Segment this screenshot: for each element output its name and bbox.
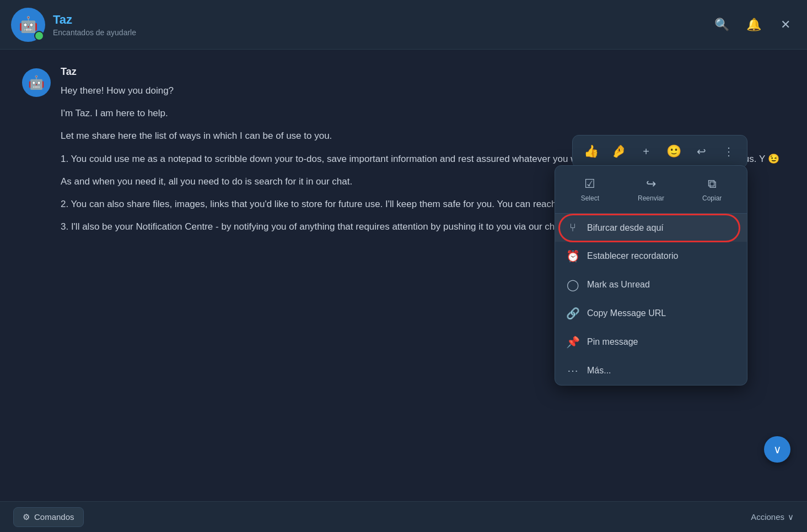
chat-subtitle: Encantados de ayudarle <box>53 28 136 37</box>
msg-line-1: Hey there! How you doing? <box>61 83 785 98</box>
copy-url-label: Copy Message URL <box>587 308 666 318</box>
recordatorio-icon: ⏰ <box>566 249 579 263</box>
mas-icon: ⋯ <box>566 364 579 377</box>
chat-area: 🤖 Taz Hey there! How you doing? I'm Taz.… <box>0 50 807 501</box>
more-reactions-button[interactable]: ⋮ <box>717 140 740 163</box>
comandos-button[interactable]: ⚙ Comandos <box>13 507 84 527</box>
bifurcar-icon: ⑂ <box>566 221 579 234</box>
msg-line-2: I'm Taz. I am here to help. <box>61 106 785 121</box>
close-button[interactable]: ✕ <box>775 14 796 35</box>
header: 🤖 Taz Encantados de ayudarle 🔍 🔔 ✕ <box>0 0 807 50</box>
message-avatar: 🤖 <box>22 68 51 97</box>
mark-unread-label: Mark as Unread <box>587 280 650 290</box>
acciones-chevron: ∨ <box>788 512 794 522</box>
bottom-bar: ⚙ Comandos Acciones ∨ <box>0 501 807 532</box>
acciones-button[interactable]: Acciones ∨ <box>751 512 794 522</box>
pin-icon: 📌 <box>566 335 579 349</box>
header-left: 🤖 Taz Encantados de ayudarle <box>11 8 136 42</box>
copiar-label: Copiar <box>702 194 722 202</box>
copiar-button[interactable]: ⧉ Copiar <box>684 171 740 208</box>
mark-unread-icon: ◯ <box>566 278 579 291</box>
reenviar-button[interactable]: ↪ Reenviar <box>623 171 680 208</box>
select-label: Select <box>581 194 599 202</box>
recordatorio-item[interactable]: ⏰ Establecer recordatorio <box>555 242 747 270</box>
header-info: Taz Encantados de ayudarle <box>53 13 136 37</box>
reenviar-icon: ↪ <box>646 177 656 191</box>
recordatorio-label: Establecer recordatorio <box>587 251 678 261</box>
header-actions: 🔍 🔔 ✕ <box>711 14 796 35</box>
copy-url-item[interactable]: 🔗 Copy Message URL <box>555 299 747 328</box>
reaction-bar: 👍 🤌 + 🙂 ↩ ⋮ <box>572 135 747 168</box>
thumbs-up-button[interactable]: 👍 <box>579 140 602 163</box>
search-button[interactable]: 🔍 <box>711 14 732 35</box>
mark-unread-item[interactable]: ◯ Mark as Unread <box>555 270 747 299</box>
comandos-label: Comandos <box>34 512 74 522</box>
chat-title: Taz <box>53 13 136 27</box>
copy-url-icon: 🔗 <box>566 307 579 320</box>
acciones-label: Acciones <box>751 512 784 522</box>
online-badge <box>34 31 44 41</box>
mas-item[interactable]: ⋯ Más... <box>555 356 747 385</box>
mas-label: Más... <box>587 366 611 376</box>
reply-button[interactable]: ↩ <box>690 140 713 163</box>
context-menu: ☑ Select ↪ Reenviar ⧉ Copiar ⑂ Bifurcar … <box>555 165 747 386</box>
select-button[interactable]: ☑ Select <box>562 171 618 208</box>
pin-message-item[interactable]: 📌 Pin message <box>555 328 747 356</box>
notification-button[interactable]: 🔔 <box>743 14 764 35</box>
bifurcar-label: Bifurcar desde aquí <box>587 223 664 233</box>
comandos-icon: ⚙ <box>23 512 30 522</box>
copiar-icon: ⧉ <box>708 177 717 191</box>
context-menu-top-row: ☑ Select ↪ Reenviar ⧉ Copiar <box>555 166 747 214</box>
add-reaction-button[interactable]: + <box>634 140 658 163</box>
avatar: 🤖 <box>11 8 45 42</box>
reenviar-label: Reenviar <box>638 194 664 202</box>
message-sender: Taz <box>61 66 785 78</box>
bifurcar-item[interactable]: ⑂ Bifurcar desde aquí <box>555 214 747 242</box>
ok-hand-button[interactable]: 🤌 <box>607 140 630 163</box>
scroll-down-button[interactable]: ∨ <box>764 436 790 463</box>
select-icon: ☑ <box>584 177 595 191</box>
pin-label: Pin message <box>587 337 638 347</box>
emoji-button[interactable]: 🙂 <box>662 140 685 163</box>
